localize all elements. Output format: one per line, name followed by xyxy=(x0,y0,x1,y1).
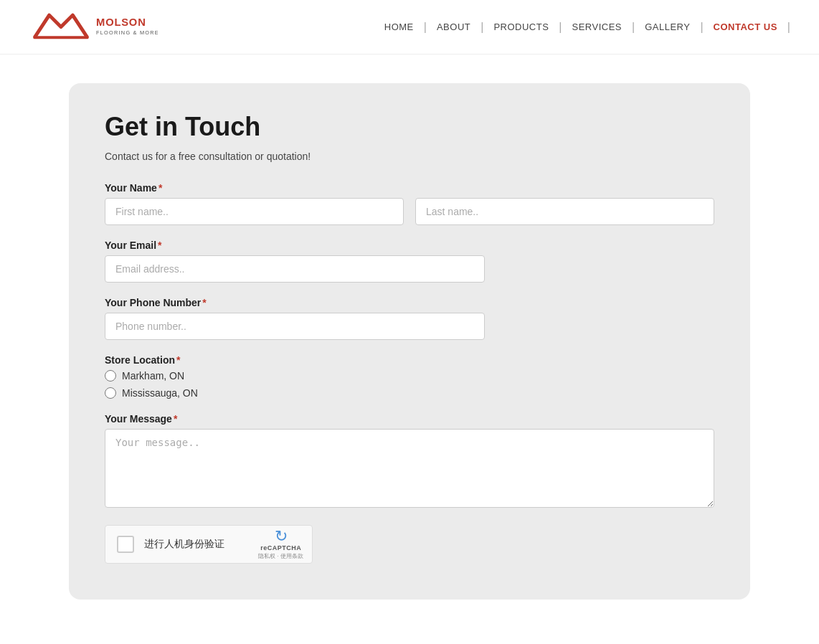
card-title: Get in Touch xyxy=(105,112,714,142)
nav-home[interactable]: HOME xyxy=(374,22,424,32)
nav-contact-us[interactable]: CONTACT US xyxy=(704,22,787,32)
recaptcha-brand: reCAPTCHA xyxy=(258,544,303,551)
recaptcha-logo: ↻ reCAPTCHA 隐私权 · 使用条款 xyxy=(258,529,303,560)
phone-input[interactable] xyxy=(105,313,485,340)
name-group: Your Name* xyxy=(105,182,714,225)
logo[interactable]: MOLSON FLOORING & MORE xyxy=(29,7,158,47)
logo-svg: MOLSON FLOORING & MORE xyxy=(29,7,158,47)
name-row xyxy=(105,198,714,225)
first-name-input[interactable] xyxy=(105,198,404,225)
nav-gallery[interactable]: GALLERY xyxy=(635,22,700,32)
svg-text:FLOORING & MORE: FLOORING & MORE xyxy=(96,29,158,36)
recaptcha-links: 隐私权 · 使用条款 xyxy=(258,552,303,560)
recaptcha-checkbox[interactable] xyxy=(117,536,134,553)
contact-card: Get in Touch Contact us for a free consu… xyxy=(69,83,750,600)
phone-required-star: * xyxy=(202,297,206,308)
email-required-star: * xyxy=(158,240,161,251)
recaptcha-arrows-icon: ↻ xyxy=(258,529,303,544)
card-subtitle: Contact us for a free consultation or qu… xyxy=(105,151,714,162)
radio-markham[interactable]: Markham, ON xyxy=(105,370,714,382)
store-location-label: Store Location* xyxy=(105,354,714,366)
phone-group: Your Phone Number* xyxy=(105,297,714,340)
message-group: Your Message* xyxy=(105,413,714,511)
email-input[interactable] xyxy=(105,255,485,283)
nav-about[interactable]: ABOUT xyxy=(427,22,480,32)
location-required-star: * xyxy=(176,354,180,366)
svg-text:MOLSON: MOLSON xyxy=(96,16,146,28)
message-textarea[interactable] xyxy=(105,429,714,508)
name-required-star: * xyxy=(158,182,162,194)
radio-markham-label: Markham, ON xyxy=(122,370,184,382)
message-label: Your Message* xyxy=(105,413,714,425)
radio-mississauga-input[interactable] xyxy=(105,387,116,399)
main-content: Get in Touch Contact us for a free consu… xyxy=(0,55,819,628)
recaptcha-box[interactable]: 进行人机身份验证 ↻ reCAPTCHA 隐私权 · 使用条款 xyxy=(105,525,313,564)
message-required-star: * xyxy=(174,413,177,425)
name-label: Your Name* xyxy=(105,182,714,194)
radio-group: Markham, ON Mississauga, ON xyxy=(105,370,714,399)
radio-mississauga-label: Mississauga, ON xyxy=(122,387,198,399)
header: MOLSON FLOORING & MORE HOME | ABOUT | PR… xyxy=(0,0,819,55)
radio-mississauga[interactable]: Mississauga, ON xyxy=(105,387,714,399)
recaptcha-label: 进行人机身份验证 xyxy=(144,538,224,551)
nav-products[interactable]: PRODUCTS xyxy=(483,22,559,32)
nav-sep-6: | xyxy=(787,21,790,34)
last-name-input[interactable] xyxy=(415,198,714,225)
main-nav: HOME | ABOUT | PRODUCTS | SERVICES | GAL… xyxy=(374,21,790,34)
email-label: Your Email* xyxy=(105,240,714,251)
contact-form: Your Name* Your Email* Your Phone Number… xyxy=(105,182,714,564)
nav-services[interactable]: SERVICES xyxy=(562,22,633,32)
phone-label: Your Phone Number* xyxy=(105,297,714,308)
radio-markham-input[interactable] xyxy=(105,370,116,382)
email-group: Your Email* xyxy=(105,240,714,283)
store-location-group: Store Location* Markham, ON Mississauga,… xyxy=(105,354,714,399)
